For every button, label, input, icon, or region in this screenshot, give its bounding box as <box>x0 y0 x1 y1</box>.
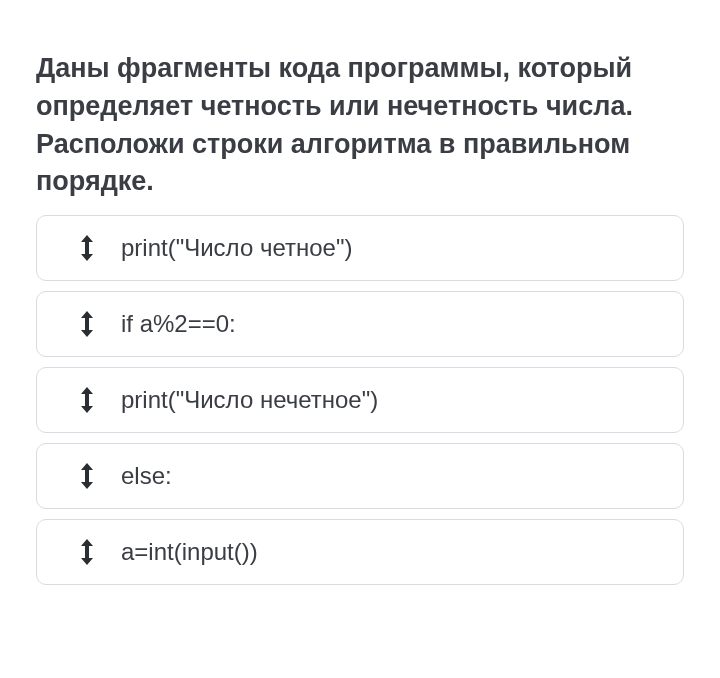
question-title: Даны фрагменты кода программы, который о… <box>36 50 684 201</box>
item-text: if a%2==0: <box>121 310 236 338</box>
sortable-item[interactable]: print("Число четное") <box>36 215 684 281</box>
drag-handle-icon[interactable] <box>77 538 97 566</box>
sortable-item[interactable]: else: <box>36 443 684 509</box>
sortable-item[interactable]: a=int(input()) <box>36 519 684 585</box>
drag-handle-icon[interactable] <box>77 310 97 338</box>
item-text: print("Число четное") <box>121 234 352 262</box>
sortable-item[interactable]: print("Число нечетное") <box>36 367 684 433</box>
drag-handle-icon[interactable] <box>77 462 97 490</box>
drag-handle-icon[interactable] <box>77 234 97 262</box>
drag-handle-icon[interactable] <box>77 386 97 414</box>
item-text: else: <box>121 462 172 490</box>
sortable-list: print("Число четное") if a%2==0: print("… <box>36 215 684 585</box>
sortable-item[interactable]: if a%2==0: <box>36 291 684 357</box>
item-text: a=int(input()) <box>121 538 258 566</box>
item-text: print("Число нечетное") <box>121 386 378 414</box>
